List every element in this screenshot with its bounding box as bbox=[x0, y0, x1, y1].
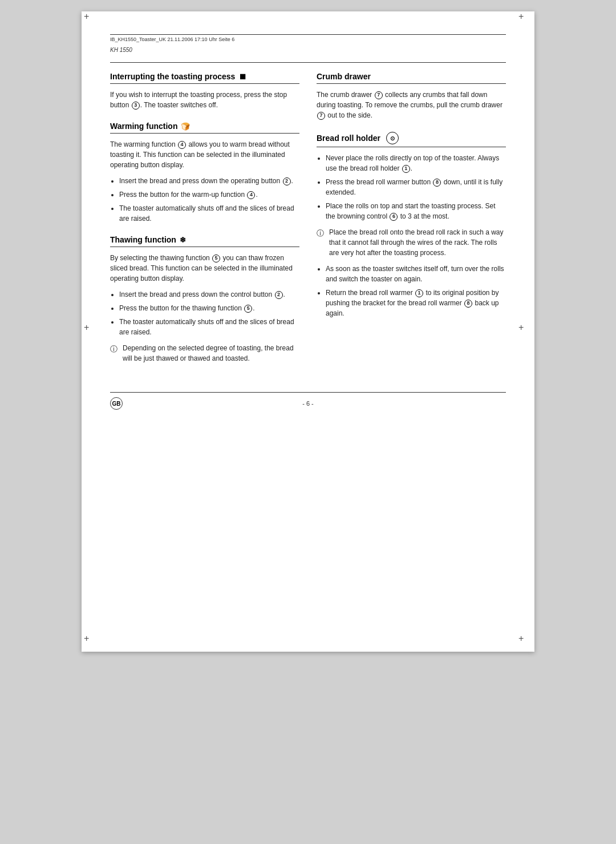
circle-2a: 2 bbox=[283, 177, 291, 185]
section-crumb: Crumb drawer The crumb drawer 7 collects… bbox=[317, 72, 506, 120]
interrupting-para: If you wish to interrupt the toasting pr… bbox=[110, 90, 299, 110]
interrupting-title: Interrupting the toasting process ⏹ bbox=[110, 72, 299, 84]
thawing-item-1: Insert the bread and press down the cont… bbox=[119, 289, 299, 300]
circle-1a: 1 bbox=[402, 165, 410, 173]
crosshair-mid-left bbox=[86, 327, 95, 336]
thawing-item-3: The toaster automatically shuts off and … bbox=[119, 317, 299, 337]
bread-roll-list-2: As soon as the toaster switches itself o… bbox=[326, 264, 506, 318]
warming-para: The warming function 4 allows you to war… bbox=[110, 139, 299, 170]
bread-roll-info-text: Place the bread roll onto the bread roll… bbox=[329, 227, 506, 258]
warming-icon: 🍞 bbox=[181, 122, 190, 131]
section-thawing: Thawing function ❄ By selecting the thaw… bbox=[110, 235, 299, 364]
circle-1b: 1 bbox=[415, 289, 423, 297]
bread-roll-item-2: Press the bread roll warmer button 8 dow… bbox=[326, 177, 506, 197]
page-number: - 6 - bbox=[302, 400, 314, 407]
warming-item-3: The toaster automatically shuts off and … bbox=[119, 203, 299, 224]
thawing-title-text: Thawing function bbox=[110, 235, 176, 244]
circle-5b: 5 bbox=[244, 305, 252, 313]
file-info-header: IB_KH1550_Toaster_UK 21.11.2006 17:10 Uh… bbox=[110, 34, 506, 42]
warming-title-text: Warming function bbox=[110, 122, 177, 131]
thawing-para: By selecting the thawing function 5 you … bbox=[110, 253, 299, 284]
top-divider bbox=[110, 62, 506, 63]
thawing-icon: ❄ bbox=[180, 236, 186, 244]
bread-roll-item-1: Never place the rolls directly on top of… bbox=[326, 153, 506, 173]
interrupting-title-text: Interrupting the toasting process bbox=[110, 72, 235, 81]
circle-4b: 4 bbox=[247, 191, 255, 199]
crumb-para: The crumb drawer 7 collects any crumbs t… bbox=[317, 90, 506, 120]
warming-item-1: Insert the bread and press down the oper… bbox=[119, 176, 299, 186]
section-interrupting: Interrupting the toasting process ⏹ If y… bbox=[110, 72, 299, 110]
section-warming: Warming function 🍞 The warming function … bbox=[110, 122, 299, 224]
warming-title: Warming function 🍞 bbox=[110, 122, 299, 134]
circle-5a: 5 bbox=[212, 255, 220, 263]
circle-7a: 7 bbox=[375, 91, 383, 99]
main-content: Interrupting the toasting process ⏹ If y… bbox=[110, 72, 506, 375]
bread-roll-item-3: Place the rolls on top and start the toa… bbox=[326, 201, 506, 221]
model-number: KH 1550 bbox=[110, 47, 506, 53]
thawing-info: ⓘ Depending on the selected degree of to… bbox=[110, 343, 299, 364]
thawing-title: Thawing function ❄ bbox=[110, 235, 299, 247]
interrupting-body: If you wish to interrupt the toasting pr… bbox=[110, 90, 299, 110]
bread-roll-title-text: Bread roll holder bbox=[317, 134, 380, 143]
thawing-item-2: Press the button for the thawing functio… bbox=[119, 303, 299, 313]
section-bread-roll: Bread roll holder ⊙ Never place the roll… bbox=[317, 132, 506, 318]
country-badge: GB bbox=[110, 397, 123, 410]
thawing-list: Insert the bread and press down the cont… bbox=[119, 289, 299, 337]
bread-roll-body: Never place the rolls directly on top of… bbox=[317, 153, 506, 318]
crosshair-top-right bbox=[521, 16, 530, 25]
thawing-info-text: Depending on the selected degree of toas… bbox=[123, 343, 299, 364]
circle-3: 3 bbox=[132, 102, 140, 110]
page-footer: GB - 6 - bbox=[110, 392, 506, 410]
crosshair-bot-right bbox=[521, 638, 530, 647]
warming-item-2: Press the button for the warm-up functio… bbox=[119, 189, 299, 200]
stop-icon: ⏹ bbox=[238, 72, 246, 81]
crosshair-mid-right bbox=[521, 327, 530, 336]
thawing-body: By selecting the thawing function 5 you … bbox=[110, 253, 299, 364]
info-icon-bread-roll: ⓘ bbox=[317, 228, 326, 258]
crumb-body: The crumb drawer 7 collects any crumbs t… bbox=[317, 90, 506, 120]
crumb-title-text: Crumb drawer bbox=[317, 72, 371, 81]
circle-6a: 6 bbox=[390, 213, 398, 221]
bread-roll-info: ⓘ Place the bread roll onto the bread ro… bbox=[317, 227, 506, 258]
circle-7b: 7 bbox=[317, 112, 325, 120]
bread-roll-list-1: Never place the rolls directly on top of… bbox=[326, 153, 506, 221]
info-icon-thawing: ⓘ bbox=[110, 344, 119, 364]
bread-roll-item-5: Return the bread roll warmer 1 to its or… bbox=[326, 288, 506, 318]
left-column: Interrupting the toasting process ⏹ If y… bbox=[110, 72, 299, 375]
warming-body: The warming function 4 allows you to war… bbox=[110, 139, 299, 224]
crumb-title: Crumb drawer bbox=[317, 72, 506, 84]
bread-roll-title: Bread roll holder ⊙ bbox=[317, 132, 506, 147]
circle-8b: 8 bbox=[464, 300, 472, 308]
crosshair-bot-left bbox=[86, 638, 95, 647]
document-page: IB_KH1550_Toaster_UK 21.11.2006 17:10 Uh… bbox=[82, 11, 534, 652]
file-info-text: IB_KH1550_Toaster_UK 21.11.2006 17:10 Uh… bbox=[110, 37, 234, 42]
circle-2b: 2 bbox=[275, 291, 283, 299]
bread-roll-item-4: As soon as the toaster switches itself o… bbox=[326, 264, 506, 284]
right-column: Crumb drawer The crumb drawer 7 collects… bbox=[317, 72, 506, 375]
warming-list: Insert the bread and press down the oper… bbox=[119, 176, 299, 224]
bread-roll-icon: ⊙ bbox=[386, 132, 399, 144]
crosshair-top-left bbox=[86, 16, 95, 25]
circle-4a: 4 bbox=[178, 141, 186, 149]
circle-8a: 8 bbox=[433, 179, 441, 187]
